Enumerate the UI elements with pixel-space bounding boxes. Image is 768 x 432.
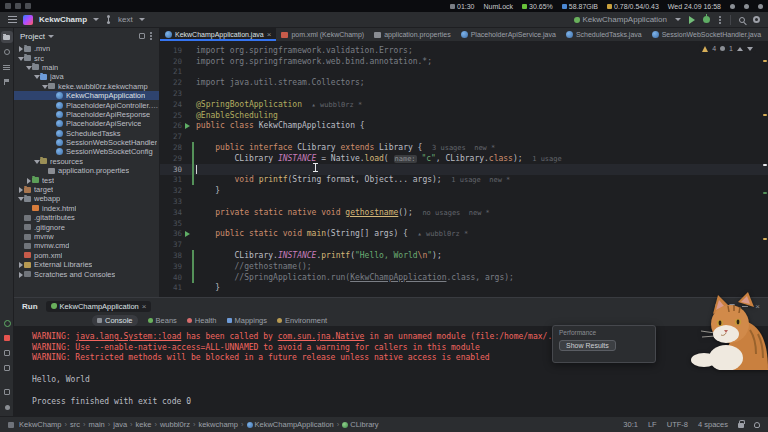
tree-chevron-icon[interactable] bbox=[17, 270, 24, 279]
line-number[interactable]: 29 bbox=[160, 154, 184, 163]
run-gutter-icon[interactable] bbox=[185, 231, 190, 237]
code-line[interactable]: 30 bbox=[160, 164, 768, 175]
tree-item[interactable]: SessionWebSocketHandler bbox=[14, 138, 159, 147]
clear-console-button[interactable] bbox=[1, 362, 13, 374]
line-number[interactable]: 26 bbox=[160, 121, 184, 130]
debug-button[interactable] bbox=[703, 16, 710, 23]
tree-item[interactable]: index.html bbox=[14, 204, 159, 213]
tree-item[interactable]: Scratches and Consoles bbox=[14, 269, 159, 278]
line-number[interactable]: 32 bbox=[160, 186, 184, 195]
code-line[interactable]: 38 CLibrary.INSTANCE.printf("Hello, Worl… bbox=[160, 250, 768, 261]
breadcrumb-item[interactable]: CLibrary bbox=[342, 420, 378, 429]
code-line[interactable]: 23 bbox=[160, 88, 768, 99]
line-number[interactable]: 33 bbox=[160, 197, 184, 206]
run-view-tab-environment[interactable]: Environment bbox=[277, 316, 327, 325]
tree-chevron-icon[interactable] bbox=[17, 54, 24, 63]
tree-chevron-icon[interactable] bbox=[33, 72, 40, 81]
run-view-tab-console[interactable]: Console bbox=[92, 315, 138, 326]
power-icon[interactable] bbox=[758, 4, 763, 9]
line-ending[interactable]: LF bbox=[648, 420, 657, 429]
code-line[interactable]: 28 public interface CLibrary extends Lib… bbox=[160, 142, 768, 153]
code-line[interactable]: 39 //gethostname(); bbox=[160, 261, 768, 272]
terminal-toolwindow-button[interactable] bbox=[1, 386, 13, 398]
line-number[interactable]: 30 bbox=[160, 165, 184, 174]
editor-tab[interactable]: pom.xml (KekwChamp) bbox=[276, 28, 369, 41]
run-tab[interactable]: KekwChampApplication × bbox=[46, 301, 152, 312]
commit-toolwindow-button[interactable] bbox=[1, 46, 13, 58]
caret-position[interactable]: 30:1 bbox=[623, 420, 638, 429]
line-number[interactable]: 21 bbox=[160, 67, 184, 76]
main-menu-icon[interactable] bbox=[8, 16, 17, 23]
tree-item[interactable]: main bbox=[14, 63, 159, 72]
editor-tab[interactable]: ScheduledTasks.java bbox=[561, 28, 647, 41]
tree-item[interactable]: PlaceholderApiService bbox=[14, 119, 159, 128]
tree-item[interactable]: PlaceholderApiController.java bbox=[14, 100, 159, 109]
tree-chevron-icon[interactable] bbox=[17, 185, 24, 194]
project-panel-title[interactable]: Project bbox=[20, 32, 45, 41]
tree-item[interactable]: test bbox=[14, 175, 159, 184]
tree-item[interactable]: pom.xml bbox=[14, 251, 159, 260]
tree-item[interactable]: PlaceholderApiResponse bbox=[14, 110, 159, 119]
volume-icon[interactable] bbox=[744, 4, 749, 9]
line-number[interactable]: 38 bbox=[160, 251, 184, 260]
code-line[interactable]: 27 bbox=[160, 131, 768, 142]
tree-chevron-icon[interactable] bbox=[25, 63, 32, 72]
code-line[interactable]: 24@SpringBootApplication ▴ wubbl0rz * bbox=[160, 99, 768, 110]
next-problem-icon[interactable] bbox=[747, 47, 753, 51]
code-line[interactable]: 21 bbox=[160, 67, 768, 78]
line-number[interactable]: 27 bbox=[160, 132, 184, 141]
show-results-button[interactable]: Show Results bbox=[559, 340, 616, 351]
tree-item[interactable]: KekwChampApplication bbox=[14, 91, 159, 100]
tree-item[interactable]: java bbox=[14, 72, 159, 81]
code-line[interactable]: 36 public static void main(String[] args… bbox=[160, 229, 768, 240]
network-icon[interactable] bbox=[730, 4, 735, 9]
project-chevron-icon[interactable] bbox=[93, 18, 99, 21]
run-options-button[interactable] bbox=[1, 347, 13, 359]
line-number[interactable]: 41 bbox=[160, 283, 184, 292]
tree-chevron-icon[interactable] bbox=[25, 176, 32, 185]
tree-item[interactable]: ScheduledTasks bbox=[14, 129, 159, 138]
code-line[interactable]: 26public class KekwChampApplication { bbox=[160, 121, 768, 132]
run-view-tab-beans[interactable]: Beans bbox=[148, 316, 177, 325]
tree-chevron-icon[interactable] bbox=[17, 194, 24, 203]
run-gutter-icon[interactable] bbox=[185, 123, 190, 129]
run-view-tab-mappings[interactable]: Mappings bbox=[227, 316, 268, 325]
line-number[interactable]: 25 bbox=[160, 111, 184, 120]
tree-item[interactable]: target bbox=[14, 185, 159, 194]
project-toolwindow-button[interactable] bbox=[1, 31, 13, 43]
run-button[interactable] bbox=[689, 16, 695, 24]
panel-options-icon[interactable] bbox=[150, 35, 152, 37]
tree-chevron-icon[interactable] bbox=[41, 82, 48, 91]
run-tab-close-icon[interactable]: × bbox=[142, 303, 147, 310]
code-line[interactable]: 25@EnableScheduling bbox=[160, 110, 768, 121]
window-list-icon[interactable] bbox=[25, 3, 31, 9]
collapse-all-icon[interactable] bbox=[139, 33, 145, 39]
tree-item[interactable]: SessionWebSocketConfig bbox=[14, 147, 159, 156]
code-line[interactable]: 22import java.util.stream.Collectors; bbox=[160, 77, 768, 88]
run-config-chevron-icon[interactable] bbox=[675, 18, 681, 21]
breadcrumb-item[interactable]: keke bbox=[136, 420, 152, 429]
line-number[interactable]: 35 bbox=[160, 219, 184, 228]
line-number[interactable]: 24 bbox=[160, 100, 184, 109]
line-number[interactable]: 39 bbox=[160, 262, 184, 271]
vcs-branch[interactable]: kext bbox=[118, 15, 133, 24]
tree-item[interactable]: .gitignore bbox=[14, 222, 159, 231]
tree-item[interactable]: External Libraries bbox=[14, 260, 159, 269]
tree-item[interactable]: application.properties bbox=[14, 166, 159, 175]
code-line[interactable]: 20import org.springframework.web.bind.an… bbox=[160, 56, 768, 67]
run-configuration[interactable]: KekwChampApplication bbox=[574, 15, 668, 24]
tree-item[interactable]: keke.wubbl0rz.kekwchamp bbox=[14, 82, 159, 91]
tab-close-icon[interactable]: × bbox=[267, 31, 272, 38]
code-line[interactable]: 33 bbox=[160, 196, 768, 207]
breadcrumb-item[interactable]: java bbox=[113, 420, 127, 429]
tree-item[interactable]: mvnw.cmd bbox=[14, 241, 159, 250]
tree-item[interactable]: src bbox=[14, 53, 159, 62]
workspace-icon[interactable] bbox=[5, 3, 11, 9]
line-number[interactable]: 31 bbox=[160, 175, 184, 184]
rerun-button[interactable] bbox=[1, 317, 13, 329]
code-line[interactable]: 19import org.springframework.validation.… bbox=[160, 45, 768, 56]
tree-item[interactable]: mvnw bbox=[14, 232, 159, 241]
tree-item[interactable]: .mvn bbox=[14, 44, 159, 53]
notifications-button[interactable] bbox=[1, 401, 13, 413]
structure-toolwindow-button[interactable] bbox=[1, 61, 13, 73]
